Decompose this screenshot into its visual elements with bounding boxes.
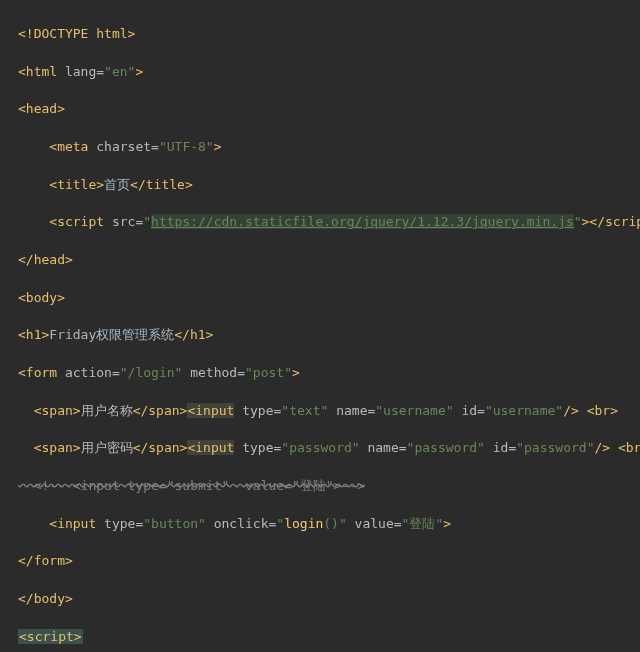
code-line: <span>用户密码</span><input type="password" …	[18, 439, 632, 458]
code-line: </form>	[18, 552, 632, 571]
code-line: <h1>Friday权限管理系统</h1>	[18, 326, 632, 345]
code-line: <form action="/login" method="post">	[18, 364, 632, 383]
code-line: <input type="button" onclick="login()" v…	[18, 515, 632, 534]
code-line: <meta charset="UTF-8">	[18, 138, 632, 157]
code-line: <html lang="en">	[18, 63, 632, 82]
code-line: <span>用户名称</span><input type="text" name…	[18, 402, 632, 421]
code-editor: <!DOCTYPE html> <html lang="en"> <head> …	[0, 0, 640, 652]
code-line: <body>	[18, 289, 632, 308]
code-line: </head>	[18, 251, 632, 270]
code-line: <script>	[18, 628, 632, 647]
code-line: <head>	[18, 100, 632, 119]
code-line: </body>	[18, 590, 632, 609]
code-line: <script src="https://cdn.staticfile.org/…	[18, 213, 632, 232]
code-line: <!-- <input type="submit" value="登陆">-->	[18, 477, 632, 496]
code-line: <title>首页</title>	[18, 176, 632, 195]
jquery-cdn-url: https://cdn.staticfile.org/jquery/1.12.3…	[151, 214, 574, 229]
code-line: <!DOCTYPE html>	[18, 25, 632, 44]
